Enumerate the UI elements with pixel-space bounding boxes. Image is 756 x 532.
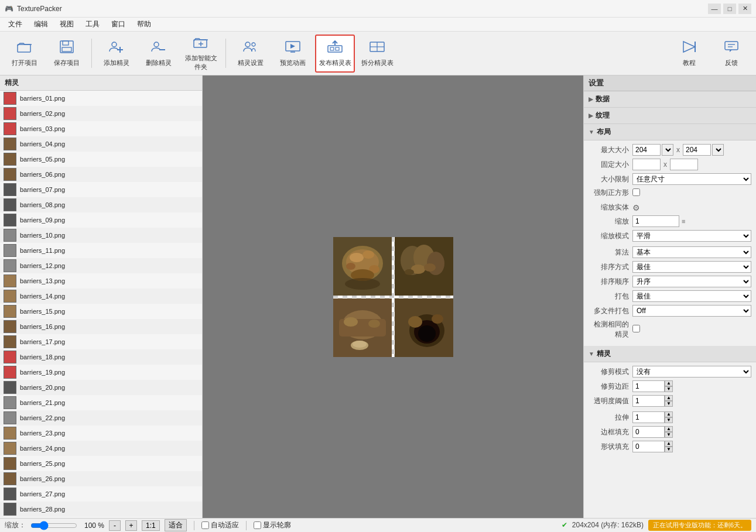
list-item[interactable]: barriers_22.png [0,410,202,425]
zoom-minus-button[interactable]: - [109,520,121,531]
publish-sprite-sheet-button[interactable]: 发布精灵表 [315,35,355,73]
fixed-width-input[interactable] [632,159,661,170]
multi-pack-select[interactable]: Off [632,305,751,317]
detect-same-checkbox[interactable] [632,325,640,332]
algorithm-select[interactable]: 基本 [632,246,751,258]
extrude-up[interactable]: ▲ [665,411,673,417]
alpha-up[interactable]: ▲ [665,395,673,401]
size-limit-select[interactable]: 任意尺寸 [632,173,751,185]
list-item[interactable]: barriers_08.png [0,197,202,212]
zoom-slider[interactable] [30,521,77,530]
alpha-threshold-input[interactable] [632,395,665,407]
list-item[interactable]: barriers_12.png [0,258,202,273]
sprite-list[interactable]: barriers_01.pngbarriers_02.pngbarriers_0… [0,91,202,518]
list-item[interactable]: barriers_20.png [0,380,202,395]
list-item[interactable]: barriers_14.png [0,289,202,304]
list-item[interactable]: barriers_17.png [0,334,202,349]
sort-method-select[interactable]: 最佳 [632,261,751,273]
list-item[interactable]: barriers_04.png [0,136,202,152]
extrude-input[interactable] [632,411,665,423]
menu-help[interactable]: 帮助 [131,18,157,30]
layout-section-header[interactable]: ▼ 布局 [584,124,756,140]
split-sprite-sheet-button[interactable]: 拆分精灵表 [357,35,397,73]
ratio-button[interactable]: 1:1 [142,520,160,531]
pack-select[interactable]: 最佳 [632,290,751,302]
sprite-thumbnail [4,153,16,166]
trim-margin-input[interactable] [632,380,665,392]
trim-mode-select[interactable]: 没有 [632,366,751,377]
sprite-settings-button[interactable]: 精灵设置 [231,35,271,73]
list-item[interactable]: barriers_07.png [0,182,202,197]
tutorial-button[interactable]: 教程 [669,35,709,73]
list-item[interactable]: barriers_02.png [0,106,202,121]
list-item[interactable]: barriers_09.png [0,212,202,228]
list-item[interactable]: barriers_03.png [0,121,202,136]
sprite-section-header[interactable]: ▼ 精灵 [584,346,756,362]
max-width-select[interactable]: ▼ [662,144,673,156]
extrude-down[interactable]: ▼ [665,417,673,423]
alpha-down[interactable]: ▼ [665,401,673,407]
open-project-button[interactable]: 打开项目 [5,35,45,73]
list-item[interactable]: barriers_27.png [0,486,202,502]
menu-file[interactable]: 文件 [2,18,28,30]
list-item[interactable]: barriers_18.png [0,349,202,365]
max-height-select[interactable]: ▼ [712,144,724,156]
list-item[interactable]: barriers_11.png [0,243,202,258]
fixed-height-input[interactable] [670,159,698,170]
list-item[interactable]: barriers_21.png [0,395,202,410]
list-item[interactable]: barriers_05.png [0,152,202,167]
trim-margin-down[interactable]: ▼ [665,386,673,392]
border-pad-down[interactable]: ▼ [665,432,673,438]
list-item[interactable]: barriers_29.png [0,517,202,518]
list-item[interactable]: barriers_28.png [0,502,202,517]
list-item[interactable]: barriers_13.png [0,273,202,289]
list-item[interactable]: barriers_26.png [0,471,202,486]
menu-view[interactable]: 视图 [54,18,80,30]
zoom-plus-button[interactable]: + [125,520,137,531]
max-height-input[interactable] [683,144,711,156]
trial-badge[interactable]: 正在试用专业版功能：还剩6天。 [648,520,751,531]
feedback-button[interactable]: 反馈 [711,35,751,73]
gear-icon[interactable]: ⚙ [632,203,640,212]
fit-button[interactable]: 适合 [165,519,187,531]
maximize-button[interactable]: □ [723,4,736,14]
list-item[interactable]: barriers_10.png [0,228,202,243]
sprite-thumbnail [4,198,16,211]
show-outline-toggle[interactable]: 显示轮廓 [254,520,291,530]
close-button[interactable]: ✕ [738,4,751,14]
texture-section-header[interactable]: ▶ 纹理 [584,108,756,124]
add-sprite-button[interactable]: 添加精灵 [97,35,136,73]
list-item[interactable]: barriers_15.png [0,304,202,319]
list-item[interactable]: barriers_19.png [0,365,202,380]
list-item[interactable]: barriers_23.png [0,425,202,441]
list-item[interactable]: barriers_01.png [0,91,202,106]
remove-sprite-button[interactable]: 删除精灵 [139,35,179,73]
force-square-checkbox[interactable] [632,188,640,196]
shape-pad-input[interactable] [632,441,665,452]
list-item[interactable]: barriers_16.png [0,319,202,334]
border-pad-up[interactable]: ▲ [665,426,673,432]
alpha-threshold-row: 透明度阈值 ▲ ▼ [589,395,751,407]
minimize-button[interactable]: — [708,4,721,14]
menu-window[interactable]: 窗口 [105,18,131,30]
auto-adapt-checkbox[interactable] [201,521,209,529]
show-outline-checkbox[interactable] [254,521,261,529]
list-item[interactable]: barriers_24.png [0,441,202,456]
sort-order-select[interactable]: 升序 [632,276,751,287]
shape-pad-down[interactable]: ▼ [665,447,673,452]
scale-mode-select[interactable]: 平滑 [632,230,751,242]
auto-adapt-toggle[interactable]: 自动适应 [201,520,239,530]
border-pad-input[interactable] [632,426,665,438]
data-section-header[interactable]: ▶ 数据 [584,91,756,108]
list-item[interactable]: barriers_25.png [0,456,202,471]
menu-tools[interactable]: 工具 [80,18,105,30]
shape-pad-up[interactable]: ▲ [665,441,673,447]
menu-edit[interactable]: 编辑 [28,18,54,30]
trim-margin-up[interactable]: ▲ [665,380,673,386]
max-width-input[interactable] [632,144,661,156]
preview-animation-button[interactable]: 预览动画 [273,35,313,73]
scale-input[interactable] [632,215,679,227]
save-project-button[interactable]: 保存项目 [47,35,87,73]
add-smart-folder-button[interactable]: 添加智能文件夹 [181,35,221,73]
list-item[interactable]: barriers_06.png [0,167,202,182]
